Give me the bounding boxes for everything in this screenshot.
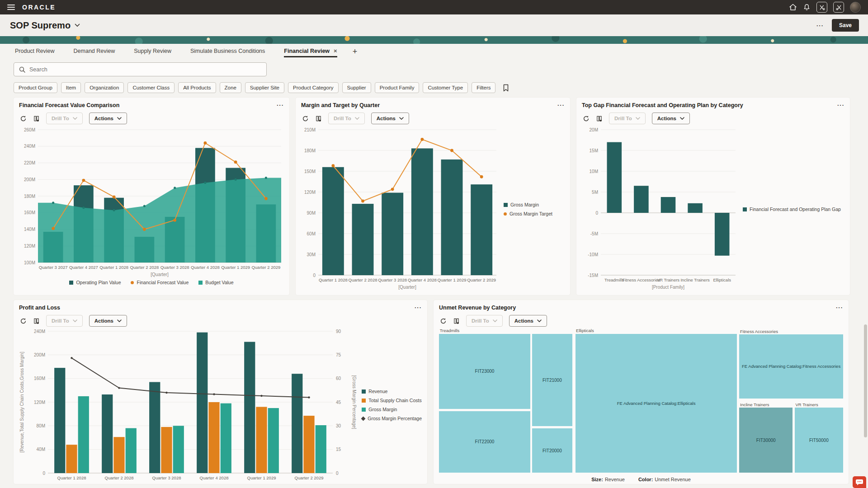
svg-text:30M: 30M — [307, 252, 316, 257]
filter-chip-product-category[interactable]: Product Category — [288, 82, 339, 93]
square-legend-marker — [362, 389, 366, 394]
card-overflow-menu[interactable]: ··· — [837, 102, 844, 108]
card-overflow-menu[interactable]: ··· — [836, 304, 843, 311]
svg-text:75: 75 — [336, 352, 341, 357]
drill-to-button[interactable]: Drill To — [328, 113, 365, 124]
card-head: Financial Forecast Value Comparison··· — [19, 102, 284, 108]
actions-button[interactable]: Actions — [509, 315, 547, 327]
refresh-icon[interactable] — [302, 115, 309, 122]
open-book-icon[interactable] — [453, 318, 460, 324]
notifications-bell-icon[interactable] — [803, 4, 811, 11]
drill-to-button[interactable]: Drill To — [609, 113, 646, 124]
search-box[interactable] — [14, 62, 267, 76]
unmet-revenue-by-category-treemap[interactable]: TreadmillsFIT23000FIT21000FIT22000FIT200… — [439, 328, 843, 474]
user-settings-icon[interactable] — [833, 2, 844, 13]
tab-supply-review[interactable]: Supply Review — [134, 47, 171, 57]
tab-label: Supply Review — [134, 48, 171, 54]
legend-label: Gross Margin — [510, 202, 539, 207]
filter-chip-organization[interactable]: Organization — [85, 82, 124, 93]
financial-forecast-value-comparison-chart[interactable]: 100M120M140M160M180M200M220M240M260MQuar… — [19, 125, 284, 279]
tab-financial-review[interactable]: Financial Review× — [284, 47, 337, 57]
actions-button[interactable]: Actions — [89, 315, 127, 327]
filter-chip-zone[interactable]: Zone — [220, 82, 241, 93]
svg-text:10M: 10M — [590, 169, 598, 174]
filter-chip-item[interactable]: Item — [61, 82, 81, 93]
drill-to-button[interactable]: Drill To — [46, 113, 83, 124]
top-gap-financial-forecast-and-operating-plan-by-category-chart[interactable]: -15M-10M-5M05M10M15M20MTreadmillsFitness… — [582, 125, 739, 293]
margin-and-target-by-quarter-chart[interactable]: 030M60M90M120M150M180M210MQuarter 1 2028… — [301, 125, 500, 293]
svg-text:Quarter 3 2028: Quarter 3 2028 — [378, 277, 407, 282]
hamburger-menu-icon[interactable] — [7, 5, 15, 10]
filter-chip-supplier-site[interactable]: Supplier Site — [245, 82, 284, 93]
svg-text:Quarter 4 2028: Quarter 4 2028 — [408, 277, 437, 282]
tab-simulate-business-conditions[interactable]: Simulate Business Conditions — [190, 47, 265, 57]
svg-text:[Quarter]: [Quarter] — [151, 272, 169, 277]
treemap-cell-fit20000[interactable]: FIT20000 — [532, 428, 572, 473]
card-toolbar: Drill ToActions — [583, 113, 844, 124]
home-icon[interactable] — [789, 3, 797, 11]
dot-legend-marker — [504, 212, 507, 216]
svg-text:160M: 160M — [24, 210, 35, 215]
svg-text:Quarter 1 2028: Quarter 1 2028 — [99, 265, 128, 270]
filter-chip-product-family[interactable]: Product Family — [375, 82, 420, 93]
user-switch-icon[interactable] — [816, 2, 827, 13]
svg-text:Treadmills: Treadmills — [604, 277, 624, 282]
open-book-icon[interactable] — [315, 115, 322, 122]
card-overflow-menu[interactable]: ··· — [277, 102, 284, 108]
card-overflow-menu[interactable]: ··· — [557, 102, 565, 108]
refresh-icon[interactable] — [20, 115, 27, 122]
vertical-scrollbar[interactable] — [864, 324, 867, 437]
treemap-cell-fit50000[interactable]: FIT50000 — [795, 408, 843, 473]
svg-text:Quarter 4 2028: Quarter 4 2028 — [200, 475, 229, 480]
profit-and-loss-chart[interactable]: 040M80M120M160M200M240M0153045607590Quar… — [19, 328, 358, 482]
tab-label: Financial Review — [284, 48, 330, 54]
search-input[interactable] — [29, 66, 261, 73]
legend-item-gross-margin-target: Gross Margin Target — [504, 211, 552, 216]
save-button[interactable]: Save — [832, 19, 859, 32]
refresh-icon[interactable] — [440, 318, 447, 324]
tab-close-icon[interactable]: × — [334, 47, 337, 54]
drill-to-button[interactable]: Drill To — [466, 315, 503, 327]
square-legend-marker — [69, 281, 73, 285]
svg-text:[Revenue,Total Supply Chain Co: [Revenue,Total Supply Chain Costs,Gross … — [19, 352, 24, 452]
actions-button[interactable]: Actions — [89, 113, 127, 124]
open-book-icon[interactable] — [596, 115, 603, 122]
treemap-cell-fit21000[interactable]: FIT21000 — [532, 334, 572, 426]
svg-text:Quarter 1 2029: Quarter 1 2029 — [221, 265, 250, 270]
filter-chip-filters[interactable]: Filters — [472, 82, 495, 93]
filter-chip-product-group[interactable]: Product Group — [14, 82, 57, 93]
open-book-icon[interactable] — [33, 318, 40, 324]
charts-row-1: Financial Forecast Value Comparison···Dr… — [0, 97, 868, 296]
filter-chip-all-products[interactable]: All Products — [178, 82, 216, 93]
refresh-icon[interactable] — [20, 318, 27, 324]
filter-chip-supplier[interactable]: Supplier — [342, 82, 371, 93]
oracle-logo: ORACLE — [22, 4, 56, 11]
drill-to-button[interactable]: Drill To — [46, 315, 83, 327]
open-book-icon[interactable] — [33, 115, 40, 122]
treemap-cell-fe-advanced-planning-catalog-ellipticals[interactable]: FE Advanced Planning Catalog:Ellipticals — [576, 334, 737, 473]
svg-text:240M: 240M — [34, 329, 45, 334]
actions-button[interactable]: Actions — [652, 113, 690, 124]
bookmark-icon[interactable] — [503, 84, 509, 92]
tab-demand-review[interactable]: Demand Review — [74, 47, 115, 57]
user-avatar[interactable] — [850, 2, 861, 13]
card-overflow-menu[interactable]: ··· — [415, 304, 422, 311]
svg-text:160M: 160M — [34, 376, 45, 381]
chat-fab-icon[interactable] — [853, 476, 866, 488]
filter-chip-customer-class[interactable]: Customer Class — [127, 82, 175, 93]
svg-text:0: 0 — [336, 471, 339, 476]
refresh-icon[interactable] — [583, 115, 590, 122]
treemap-cell-fit22000[interactable]: FIT22000 — [439, 411, 530, 473]
header-overflow-menu[interactable]: ··· — [816, 22, 824, 29]
treemap-cell-fe-advanced-planning-catalog-fitness-accessories[interactable]: FE Advanced Planning Catalog:Fitness Acc… — [739, 334, 843, 399]
treemap-cell-fit30000[interactable]: FIT30000 — [739, 408, 793, 473]
tab-product-review[interactable]: Product Review — [15, 47, 55, 57]
legend-label: Gross Margin Percentage — [368, 416, 422, 421]
legend-item-total-supply-chain-costs: Total Supply Chain Costs — [362, 398, 422, 403]
treemap-cell-fit23000[interactable]: FIT23000 — [439, 334, 530, 409]
actions-button[interactable]: Actions — [371, 113, 409, 124]
title-chevron-down-icon[interactable] — [75, 23, 80, 27]
svg-text:120M: 120M — [304, 190, 316, 195]
add-tab-button[interactable]: + — [353, 47, 358, 56]
filter-chip-customer-type[interactable]: Customer Type — [423, 82, 468, 93]
